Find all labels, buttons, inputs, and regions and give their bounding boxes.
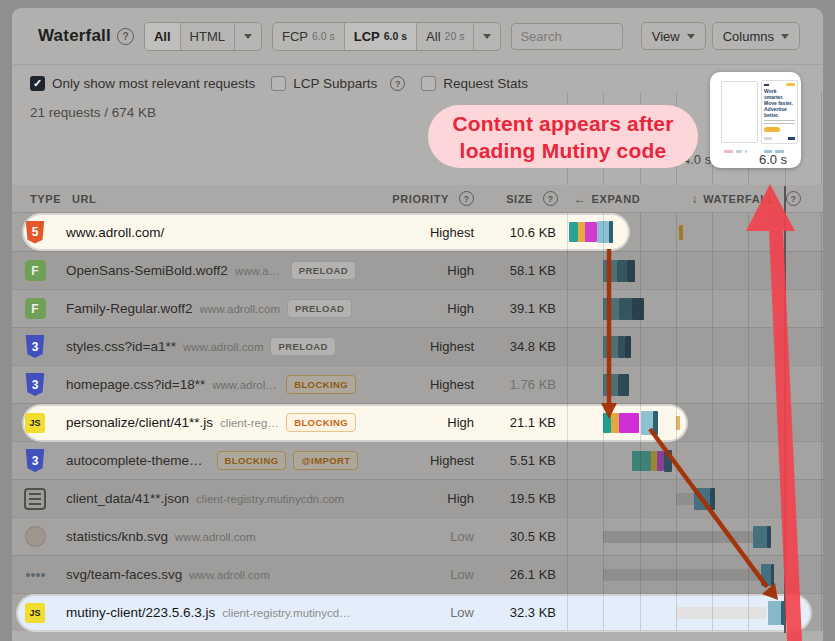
request-stats-checkbox[interactable]: Request Stats <box>421 76 528 91</box>
waterfall-bar <box>611 413 619 433</box>
waterfall-bar <box>603 569 760 581</box>
filter-all-button[interactable]: All <box>145 23 181 50</box>
waterfall-bar <box>781 601 786 625</box>
waterfall-bar <box>676 416 680 430</box>
request-row[interactable]: JS mutiny-client/223.5.6.3.js client-reg… <box>12 593 823 631</box>
col-size[interactable]: SIZE ? <box>474 191 560 206</box>
waterfall-bar <box>761 564 771 586</box>
request-domain: client-registry.… <box>220 417 279 429</box>
request-row[interactable]: 3 homepage.css?id=18** www.adroll.com BL… <box>12 365 823 403</box>
waterfall-cell <box>560 556 823 593</box>
waterfall-bar <box>603 336 618 358</box>
waterfall-bar <box>585 222 597 242</box>
request-domain: www.adroll.com <box>175 531 256 543</box>
request-row[interactable]: 5 www.adroll.com/ Highest 10.6 KB <box>12 213 823 251</box>
col-type[interactable]: TYPE <box>12 193 58 205</box>
request-row[interactable]: client_data/41**.json client-registry.mu… <box>12 479 823 517</box>
filter-fcp-button[interactable]: FCP 6.0 s <box>273 23 345 50</box>
request-url: autocomplete-theme… <box>66 453 203 468</box>
frame-progress-dashes <box>724 150 747 153</box>
badge-blocking: BLOCKING <box>286 413 356 432</box>
request-url: OpenSans-SemiBold.woff2 <box>66 263 228 278</box>
request-size: 32.3 KB <box>474 605 560 620</box>
json-file-icon <box>24 488 46 510</box>
waterfall-bar <box>603 298 619 320</box>
js-file-icon: JS <box>25 603 45 623</box>
waterfall-bar <box>676 493 694 505</box>
badge-preload: PRELOAD <box>287 299 352 318</box>
waterfall-bar <box>619 413 639 433</box>
request-row[interactable]: F Family-Regular.woff2 www.adroll.com PR… <box>12 289 823 327</box>
thumb-text-line <box>764 123 795 124</box>
request-url: styles.css?id=a1** <box>66 339 176 354</box>
help-icon[interactable]: ? <box>786 191 801 206</box>
request-priority: High <box>356 263 474 278</box>
request-size: 58.1 KB <box>474 263 560 278</box>
waterfall-bar <box>664 450 672 472</box>
filter-html-button[interactable]: HTML <box>181 23 235 50</box>
help-icon[interactable]: ? <box>459 191 474 206</box>
request-size: 19.5 KB <box>474 491 560 506</box>
lcp-value: 6.0 s <box>384 30 407 42</box>
view-button[interactable]: View <box>641 22 706 50</box>
imgc-file-icon <box>25 526 46 547</box>
request-size: 5.51 KB <box>474 453 560 468</box>
request-row[interactable]: F OpenSans-SemiBold.woff2 www.adroll.c… … <box>12 251 823 289</box>
help-icon[interactable]: ? <box>543 191 558 206</box>
request-priority: High <box>356 301 474 316</box>
checkbox-checked-icon: ✓ <box>30 76 45 91</box>
waterfall-bar <box>627 260 635 282</box>
waterfall-bar <box>710 488 715 510</box>
annotation-text-line2: loading Mutiny code <box>460 137 667 164</box>
request-row[interactable]: statistics/knb.svg www.adroll.com Low 30… <box>12 517 823 555</box>
help-icon[interactable]: ? <box>117 28 134 45</box>
search-input[interactable] <box>511 23 623 50</box>
filter-lcp-button[interactable]: LCP 6.0 s <box>345 23 417 50</box>
filmstrip-frame-content[interactable]: Work smarter. Move faster. Advertise bet… <box>761 80 798 144</box>
waterfall-bar <box>603 413 611 433</box>
metric-filter-dropdown[interactable] <box>474 23 500 50</box>
request-size: 34.8 KB <box>474 339 560 354</box>
request-url: www.adroll.com/ <box>66 225 164 240</box>
expand-button[interactable]: ← EXPAND <box>574 192 640 206</box>
waterfall-cell <box>560 290 823 327</box>
waterfall-cell <box>560 442 823 479</box>
waterfall-bar <box>632 451 651 471</box>
all-time-value: 20 s <box>445 30 465 42</box>
waterfall-sort[interactable]: ↓ WATERFALL ? <box>692 191 801 206</box>
css-file-icon: 3 <box>25 335 46 358</box>
thumb-logo <box>764 84 769 86</box>
metric-filter-group: FCP 6.0 s LCP 6.0 s All 20 s <box>272 22 501 51</box>
request-url: Family-Regular.woff2 <box>66 301 193 316</box>
thumb-footer-mark <box>788 137 795 140</box>
waterfall-bar <box>603 260 617 282</box>
request-url: mutiny-client/223.5.6.3.js <box>66 605 215 620</box>
table-header: TYPE URL PRIORITY ? SIZE ? ← EXPAND ↓ WA… <box>12 185 823 213</box>
type-filter-dropdown[interactable] <box>235 23 261 50</box>
request-row[interactable]: 3 styles.css?id=a1** www.adroll.com PREL… <box>12 327 823 365</box>
filmstrip-highlight-box: Work smarter. Move faster. Advertise bet… <box>710 72 801 168</box>
lcp-subparts-checkbox[interactable]: LCP Subparts ? <box>271 76 405 91</box>
request-stats-label: Request Stats <box>443 76 528 91</box>
waterfall-cell <box>560 252 823 289</box>
only-relevant-checkbox[interactable]: ✓ Only show most relevant requests <box>30 76 255 91</box>
waterfall-bar <box>768 601 781 625</box>
request-row[interactable]: JS personalize/client/41**.js client-reg… <box>12 403 823 441</box>
page-title: Waterfall <box>38 26 111 46</box>
help-icon[interactable]: ? <box>390 76 405 91</box>
filter-all-time-button[interactable]: All 20 s <box>417 23 474 50</box>
request-size: 21.1 KB <box>474 415 560 430</box>
font-file-icon: F <box>25 260 46 281</box>
waterfall-bar <box>771 564 774 586</box>
filmstrip-time-label-current: 6.0 s <box>748 152 798 167</box>
request-row[interactable]: 3 autocomplete-theme… cdn.j… BLOCKING@IM… <box>12 441 823 479</box>
columns-button[interactable]: Columns <box>712 22 800 50</box>
thumb-nav-button <box>786 83 795 86</box>
filmstrip-frame-blank[interactable] <box>721 81 758 143</box>
request-row[interactable]: svg/team-faces.svg www.adroll.com Low 26… <box>12 555 823 593</box>
waterfall-bar <box>617 260 627 282</box>
col-priority[interactable]: PRIORITY ? <box>356 191 474 206</box>
js-file-icon: JS <box>25 413 45 433</box>
request-domain: www.adroll.com <box>212 379 279 391</box>
col-url[interactable]: URL <box>58 193 356 205</box>
